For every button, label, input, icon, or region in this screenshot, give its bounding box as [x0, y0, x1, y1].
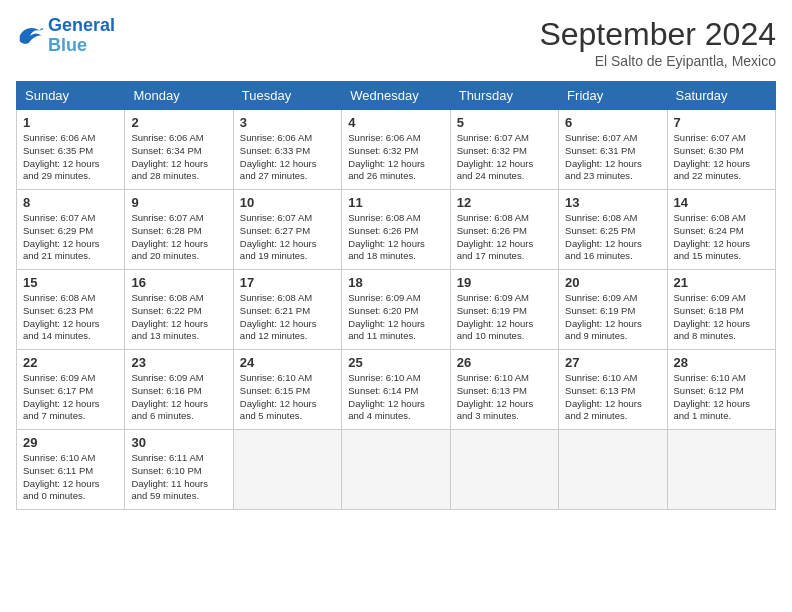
day-number: 28 [674, 355, 769, 370]
logo-text: General Blue [48, 16, 115, 56]
header-thursday: Thursday [450, 82, 558, 110]
day-info: Sunrise: 6:09 AM Sunset: 6:19 PM Dayligh… [565, 292, 660, 343]
calendar-cell: 7Sunrise: 6:07 AM Sunset: 6:30 PM Daylig… [667, 110, 775, 190]
day-info: Sunrise: 6:10 AM Sunset: 6:13 PM Dayligh… [457, 372, 552, 423]
day-number: 19 [457, 275, 552, 290]
day-info: Sunrise: 6:07 AM Sunset: 6:30 PM Dayligh… [674, 132, 769, 183]
calendar-cell: 21Sunrise: 6:09 AM Sunset: 6:18 PM Dayli… [667, 270, 775, 350]
header-sunday: Sunday [17, 82, 125, 110]
day-info: Sunrise: 6:07 AM Sunset: 6:32 PM Dayligh… [457, 132, 552, 183]
day-number: 6 [565, 115, 660, 130]
calendar-cell: 6Sunrise: 6:07 AM Sunset: 6:31 PM Daylig… [559, 110, 667, 190]
calendar-cell [559, 430, 667, 510]
calendar-cell: 19Sunrise: 6:09 AM Sunset: 6:19 PM Dayli… [450, 270, 558, 350]
day-info: Sunrise: 6:10 AM Sunset: 6:13 PM Dayligh… [565, 372, 660, 423]
day-info: Sunrise: 6:08 AM Sunset: 6:21 PM Dayligh… [240, 292, 335, 343]
day-info: Sunrise: 6:07 AM Sunset: 6:27 PM Dayligh… [240, 212, 335, 263]
day-number: 26 [457, 355, 552, 370]
day-number: 14 [674, 195, 769, 210]
calendar-cell: 13Sunrise: 6:08 AM Sunset: 6:25 PM Dayli… [559, 190, 667, 270]
calendar-cell [233, 430, 341, 510]
header-saturday: Saturday [667, 82, 775, 110]
day-info: Sunrise: 6:11 AM Sunset: 6:10 PM Dayligh… [131, 452, 226, 503]
day-info: Sunrise: 6:08 AM Sunset: 6:23 PM Dayligh… [23, 292, 118, 343]
day-info: Sunrise: 6:06 AM Sunset: 6:32 PM Dayligh… [348, 132, 443, 183]
day-number: 8 [23, 195, 118, 210]
day-info: Sunrise: 6:09 AM Sunset: 6:16 PM Dayligh… [131, 372, 226, 423]
calendar-cell [450, 430, 558, 510]
day-info: Sunrise: 6:08 AM Sunset: 6:26 PM Dayligh… [457, 212, 552, 263]
calendar-cell: 30Sunrise: 6:11 AM Sunset: 6:10 PM Dayli… [125, 430, 233, 510]
calendar-cell: 3Sunrise: 6:06 AM Sunset: 6:33 PM Daylig… [233, 110, 341, 190]
day-number: 30 [131, 435, 226, 450]
day-info: Sunrise: 6:08 AM Sunset: 6:24 PM Dayligh… [674, 212, 769, 263]
calendar-cell: 28Sunrise: 6:10 AM Sunset: 6:12 PM Dayli… [667, 350, 775, 430]
calendar-week-2: 8Sunrise: 6:07 AM Sunset: 6:29 PM Daylig… [17, 190, 776, 270]
day-number: 18 [348, 275, 443, 290]
day-info: Sunrise: 6:06 AM Sunset: 6:33 PM Dayligh… [240, 132, 335, 183]
calendar-cell: 25Sunrise: 6:10 AM Sunset: 6:14 PM Dayli… [342, 350, 450, 430]
header-friday: Friday [559, 82, 667, 110]
calendar-week-5: 29Sunrise: 6:10 AM Sunset: 6:11 PM Dayli… [17, 430, 776, 510]
calendar-cell [342, 430, 450, 510]
month-title: September 2024 [539, 16, 776, 53]
day-number: 23 [131, 355, 226, 370]
day-info: Sunrise: 6:10 AM Sunset: 6:12 PM Dayligh… [674, 372, 769, 423]
calendar-week-3: 15Sunrise: 6:08 AM Sunset: 6:23 PM Dayli… [17, 270, 776, 350]
logo: General Blue [16, 16, 115, 56]
day-number: 29 [23, 435, 118, 450]
header-wednesday: Wednesday [342, 82, 450, 110]
calendar-week-1: 1Sunrise: 6:06 AM Sunset: 6:35 PM Daylig… [17, 110, 776, 190]
calendar-cell: 17Sunrise: 6:08 AM Sunset: 6:21 PM Dayli… [233, 270, 341, 350]
day-number: 1 [23, 115, 118, 130]
calendar-cell: 2Sunrise: 6:06 AM Sunset: 6:34 PM Daylig… [125, 110, 233, 190]
day-number: 16 [131, 275, 226, 290]
calendar-cell: 23Sunrise: 6:09 AM Sunset: 6:16 PM Dayli… [125, 350, 233, 430]
day-info: Sunrise: 6:09 AM Sunset: 6:18 PM Dayligh… [674, 292, 769, 343]
day-number: 3 [240, 115, 335, 130]
day-number: 9 [131, 195, 226, 210]
day-number: 20 [565, 275, 660, 290]
calendar-cell: 8Sunrise: 6:07 AM Sunset: 6:29 PM Daylig… [17, 190, 125, 270]
calendar-cell: 24Sunrise: 6:10 AM Sunset: 6:15 PM Dayli… [233, 350, 341, 430]
calendar-cell: 16Sunrise: 6:08 AM Sunset: 6:22 PM Dayli… [125, 270, 233, 350]
calendar-cell: 5Sunrise: 6:07 AM Sunset: 6:32 PM Daylig… [450, 110, 558, 190]
header-monday: Monday [125, 82, 233, 110]
calendar-cell: 4Sunrise: 6:06 AM Sunset: 6:32 PM Daylig… [342, 110, 450, 190]
calendar-cell: 14Sunrise: 6:08 AM Sunset: 6:24 PM Dayli… [667, 190, 775, 270]
day-number: 15 [23, 275, 118, 290]
day-info: Sunrise: 6:10 AM Sunset: 6:14 PM Dayligh… [348, 372, 443, 423]
day-number: 12 [457, 195, 552, 210]
day-number: 4 [348, 115, 443, 130]
day-number: 22 [23, 355, 118, 370]
calendar-cell: 18Sunrise: 6:09 AM Sunset: 6:20 PM Dayli… [342, 270, 450, 350]
calendar-cell: 10Sunrise: 6:07 AM Sunset: 6:27 PM Dayli… [233, 190, 341, 270]
calendar-cell: 27Sunrise: 6:10 AM Sunset: 6:13 PM Dayli… [559, 350, 667, 430]
title-block: September 2024 El Salto de Eyipantla, Me… [539, 16, 776, 69]
calendar-cell: 12Sunrise: 6:08 AM Sunset: 6:26 PM Dayli… [450, 190, 558, 270]
day-info: Sunrise: 6:07 AM Sunset: 6:29 PM Dayligh… [23, 212, 118, 263]
day-info: Sunrise: 6:09 AM Sunset: 6:20 PM Dayligh… [348, 292, 443, 343]
day-info: Sunrise: 6:08 AM Sunset: 6:26 PM Dayligh… [348, 212, 443, 263]
day-number: 21 [674, 275, 769, 290]
day-number: 5 [457, 115, 552, 130]
day-number: 13 [565, 195, 660, 210]
day-number: 2 [131, 115, 226, 130]
day-info: Sunrise: 6:10 AM Sunset: 6:11 PM Dayligh… [23, 452, 118, 503]
day-number: 27 [565, 355, 660, 370]
calendar-cell: 1Sunrise: 6:06 AM Sunset: 6:35 PM Daylig… [17, 110, 125, 190]
page-header: General Blue September 2024 El Salto de … [16, 16, 776, 69]
calendar-cell: 22Sunrise: 6:09 AM Sunset: 6:17 PM Dayli… [17, 350, 125, 430]
day-info: Sunrise: 6:08 AM Sunset: 6:22 PM Dayligh… [131, 292, 226, 343]
day-number: 11 [348, 195, 443, 210]
calendar-cell [667, 430, 775, 510]
day-info: Sunrise: 6:06 AM Sunset: 6:34 PM Dayligh… [131, 132, 226, 183]
day-info: Sunrise: 6:09 AM Sunset: 6:19 PM Dayligh… [457, 292, 552, 343]
calendar-header-row: SundayMondayTuesdayWednesdayThursdayFrid… [17, 82, 776, 110]
day-number: 7 [674, 115, 769, 130]
day-number: 17 [240, 275, 335, 290]
calendar-table: SundayMondayTuesdayWednesdayThursdayFrid… [16, 81, 776, 510]
calendar-cell: 29Sunrise: 6:10 AM Sunset: 6:11 PM Dayli… [17, 430, 125, 510]
day-number: 24 [240, 355, 335, 370]
calendar-cell: 9Sunrise: 6:07 AM Sunset: 6:28 PM Daylig… [125, 190, 233, 270]
